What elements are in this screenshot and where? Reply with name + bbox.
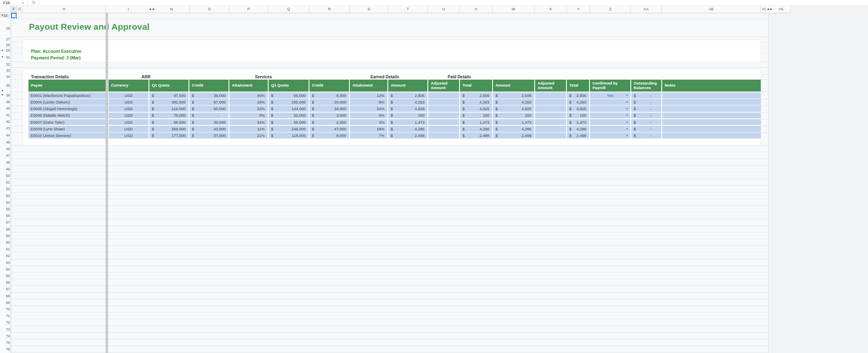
fill-handle[interactable] (15, 17, 17, 19)
row-header-46[interactable]: 46 (0, 147, 10, 151)
row-header-26[interactable]: 26 (0, 26, 10, 31)
cell-arr-credit-row2[interactable]: $67,000 (189, 99, 229, 105)
cell-earned-adjusted-row7[interactable] (428, 132, 459, 139)
row-collapse-icon[interactable]: ▼ (1, 94, 4, 96)
row-header-51[interactable]: 51 (0, 180, 10, 184)
cell-notes-row6[interactable] (662, 126, 761, 132)
cell-arr-attainment-row4[interactable]: 0% (229, 113, 268, 119)
column-header-Y[interactable]: Y (567, 5, 590, 13)
page-title[interactable]: Payout Review and Approval (29, 22, 150, 32)
row-header-70[interactable]: 70 (0, 307, 10, 311)
cell-earned-total-row1[interactable]: $2,506 (460, 92, 492, 99)
table-header-paid-total[interactable]: Total (567, 80, 589, 92)
column-header-T[interactable]: T (388, 5, 428, 13)
cell-earned-adjusted-row5[interactable] (428, 119, 459, 125)
row-header-35[interactable]: 35 (0, 83, 10, 87)
row-header-76[interactable]: 76 (0, 347, 10, 351)
cell-paid-adjusted-row5[interactable] (535, 119, 566, 125)
row-header-28[interactable]: 28 (0, 43, 10, 47)
cell-arr-credit-row6[interactable]: $42,000 (189, 126, 229, 132)
cell-outstanding-balances-row2[interactable]: $- (631, 99, 661, 105)
column-header-AB[interactable]: AB (662, 5, 761, 13)
cell-currency-row1[interactable]: USD (108, 92, 149, 99)
select-all-corner[interactable] (0, 5, 11, 13)
table-header-arr-credit[interactable]: Credit (189, 80, 229, 92)
column-header-AA[interactable]: AA (631, 5, 662, 13)
cell-arr-attainment-row5[interactable]: 34% (229, 119, 268, 125)
cell-arr-q1quota-row1[interactable]: $97,500 (149, 92, 189, 99)
cell-paid-amount-row3[interactable]: $4,825 (493, 106, 534, 112)
column-header-F[interactable]: F (11, 5, 17, 13)
cell-currency-row7[interactable]: USD (108, 132, 149, 139)
cell-svc-attainment-row1[interactable]: 12% (350, 92, 387, 99)
cell-paid-amount-row7[interactable]: $2,488 (493, 132, 534, 139)
table-header-svc-q1quota[interactable]: Q1 Quota (269, 80, 309, 92)
row-header-32[interactable]: 32 (0, 62, 10, 66)
cell-earned-total-row7[interactable]: $2,488 (460, 132, 492, 139)
cell-confirmed-by-payroll-row4[interactable]: ▼ (590, 113, 630, 119)
cell-earned-amount-row3[interactable]: $4,825 (388, 106, 427, 112)
cell-paid-total-row1[interactable]: $2,506 (567, 92, 589, 99)
row-header-39[interactable]: 39 (0, 100, 10, 104)
table-header-outstanding-balances[interactable]: Outstanding Balances (631, 80, 661, 92)
row-header-41[interactable]: 41 (0, 113, 10, 117)
cell-earned-amount-row4[interactable]: $150 (388, 113, 427, 119)
cell-svc-credit-row7[interactable]: $8,000 (309, 132, 349, 139)
row-header-27[interactable]: 27 (0, 37, 10, 41)
row-header-60[interactable]: 60 (0, 240, 10, 245)
column-header-G[interactable]: G (17, 5, 23, 13)
payroll-dropdown-icon[interactable]: ▼ (626, 121, 628, 124)
cell-svc-credit-row3[interactable]: $34,000 (309, 106, 349, 112)
cell-svc-attainment-row4[interactable]: 6% (350, 113, 387, 119)
cell-notes-row1[interactable] (662, 92, 761, 99)
row-header-44[interactable]: 44 (0, 133, 10, 137)
cell-svc-attainment-row5[interactable]: 3% (350, 119, 387, 125)
plan-label[interactable]: Plan: Account Executive (31, 49, 81, 54)
row-collapse-icon[interactable]: ▼ (1, 56, 4, 58)
row-header-62[interactable]: 62 (0, 254, 10, 258)
cell-svc-attainment-row6[interactable]: 19% (350, 126, 387, 132)
row-header-59[interactable]: 59 (0, 234, 10, 238)
cell-notes-row5[interactable] (662, 119, 761, 125)
cell-paid-adjusted-row3[interactable] (535, 106, 566, 112)
cell-earned-adjusted-row2[interactable] (428, 99, 459, 105)
cell-paid-adjusted-row6[interactable] (535, 126, 566, 132)
row-header-43[interactable]: 43 (0, 126, 10, 130)
column-header-V[interactable]: V (460, 5, 493, 13)
cell-earned-total-row3[interactable]: $4,825 (460, 106, 492, 112)
row-header-73[interactable]: 73 (0, 327, 10, 332)
cell-svc-credit-row1[interactable]: $8,000 (309, 92, 349, 99)
cell-confirmed-by-payroll-row6[interactable]: ▼ (590, 126, 630, 132)
group-label-paid-details[interactable]: Paid Details (448, 74, 471, 80)
cell-arr-attainment-row2[interactable]: 18% (229, 99, 268, 105)
table-header-currency[interactable]: Currency (108, 80, 149, 92)
cell-paid-total-row7[interactable]: $2,488 (567, 132, 589, 139)
column-header-AK[interactable]: AK (772, 5, 790, 13)
cell-svc-q1quota-row4[interactable]: $52,000 (269, 113, 309, 119)
cell-arr-q1quota-row5[interactable]: $88,500 (149, 119, 189, 125)
row-header-71[interactable]: 71 (0, 314, 10, 318)
cell-earned-adjusted-row3[interactable] (428, 106, 459, 112)
row-header-42[interactable]: 42 (0, 120, 10, 124)
cell-arr-attainment-row3[interactable]: 23% (229, 106, 268, 112)
cell-svc-attainment-row3[interactable]: 24% (350, 106, 387, 112)
payroll-dropdown-icon[interactable]: ▼ (626, 134, 628, 137)
column-header-S[interactable]: S (350, 5, 388, 13)
payroll-dropdown-icon[interactable]: ▼ (626, 127, 628, 130)
table-header-payee[interactable]: Payee (28, 80, 106, 92)
row-header-65[interactable]: 65 (0, 274, 10, 278)
group-label-transaction-details[interactable]: Transaction Details (31, 74, 69, 80)
column-header-R[interactable]: R (309, 5, 350, 13)
row-header-55[interactable]: 55 (0, 207, 10, 211)
cell-arr-attainment-row7[interactable]: 21% (229, 132, 268, 139)
row-header-57[interactable]: 57 (0, 220, 10, 224)
cell-paid-amount-row5[interactable]: $1,473 (493, 119, 534, 125)
row-header-69[interactable]: 69 (0, 301, 10, 305)
cell-arr-q1quota-row4[interactable]: $78,000 (149, 113, 189, 119)
row-header-68[interactable]: 68 (0, 294, 10, 298)
cell-payee-row6[interactable]: E0009 (Lynn Shaw) (28, 126, 106, 132)
cell-earned-total-row2[interactable]: $4,263 (460, 99, 492, 105)
cell-confirmed-by-payroll-row7[interactable]: ▼ (590, 132, 630, 139)
row-header-48[interactable]: 48 (0, 160, 10, 165)
cell-svc-q1quota-row7[interactable]: $118,000 (269, 132, 309, 139)
